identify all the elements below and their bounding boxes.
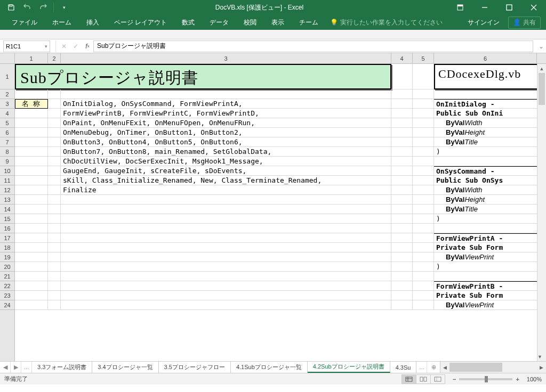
cell[interactable] bbox=[391, 64, 413, 89]
cell[interactable] bbox=[61, 224, 391, 233]
cell[interactable] bbox=[15, 205, 48, 214]
cells-area[interactable]: Subプロシージャ説明書CDocexeDlg.vb名 称OnInitDialog… bbox=[15, 64, 546, 361]
row-header[interactable]: 16 bbox=[0, 224, 14, 233]
cell[interactable] bbox=[48, 272, 61, 281]
cell[interactable] bbox=[61, 205, 391, 214]
cell[interactable]: OnSysCommand - bbox=[434, 166, 546, 176]
cell[interactable] bbox=[48, 137, 61, 147]
cell[interactable] bbox=[391, 233, 413, 243]
cell[interactable] bbox=[48, 128, 61, 137]
cell[interactable] bbox=[61, 300, 391, 310]
cell[interactable]: Public Sub OnSys bbox=[434, 176, 546, 185]
qat-customize-icon[interactable]: ▾ bbox=[57, 2, 71, 13]
cell[interactable] bbox=[15, 109, 48, 118]
cell[interactable] bbox=[391, 252, 413, 262]
cell[interactable] bbox=[391, 89, 413, 99]
cell[interactable] bbox=[434, 224, 546, 233]
tab-formulas[interactable]: 数式 bbox=[174, 15, 202, 30]
cell[interactable] bbox=[391, 262, 413, 272]
cell[interactable] bbox=[61, 252, 391, 262]
cell[interactable] bbox=[61, 89, 391, 99]
cell[interactable] bbox=[15, 281, 48, 291]
cell[interactable] bbox=[15, 137, 48, 147]
cell[interactable] bbox=[15, 176, 48, 185]
cell[interactable] bbox=[434, 157, 546, 166]
cell[interactable] bbox=[48, 233, 61, 243]
tab-overflow-icon[interactable]: … bbox=[416, 362, 427, 373]
chevron-down-icon[interactable]: ▾ bbox=[45, 44, 47, 49]
hscroll-thumb[interactable] bbox=[449, 363, 502, 372]
cell[interactable]: ByVal Height bbox=[434, 195, 546, 205]
cell[interactable] bbox=[413, 233, 434, 243]
cell[interactable]: FormViewPrintB - bbox=[434, 281, 546, 291]
cell[interactable] bbox=[15, 185, 48, 195]
cell[interactable]: OnButton3, OnButton4, OnButton5, OnButto… bbox=[61, 137, 391, 147]
cell[interactable]: ByVal Height bbox=[434, 128, 546, 137]
cell[interactable] bbox=[413, 64, 434, 89]
row-header[interactable]: 8 bbox=[0, 147, 14, 157]
sheet-tab[interactable]: 3.3フォーム説明書 bbox=[32, 362, 92, 373]
vertical-scrollbar[interactable]: ▲ ▼ bbox=[537, 64, 546, 361]
tab-view[interactable]: 表示 bbox=[264, 15, 292, 30]
cell[interactable] bbox=[391, 243, 413, 252]
cell[interactable] bbox=[15, 157, 48, 166]
cell[interactable] bbox=[61, 195, 391, 205]
cell[interactable] bbox=[61, 262, 391, 272]
row-header[interactable]: 7 bbox=[0, 137, 14, 147]
cell[interactable] bbox=[413, 137, 434, 147]
cell[interactable] bbox=[48, 109, 61, 118]
cell[interactable] bbox=[413, 262, 434, 272]
cell[interactable] bbox=[48, 195, 61, 205]
cell[interactable] bbox=[15, 118, 48, 128]
cell[interactable] bbox=[48, 99, 61, 109]
cell[interactable]: sKill, Class_Initialize_Renamed, New, Cl… bbox=[61, 176, 391, 185]
cell[interactable] bbox=[48, 243, 61, 252]
tab-data[interactable]: データ bbox=[202, 15, 236, 30]
cell[interactable] bbox=[413, 195, 434, 205]
cell[interactable] bbox=[391, 195, 413, 205]
sheet-tab[interactable]: 4.3Su bbox=[390, 362, 417, 373]
share-button[interactable]: 👤 共有 bbox=[508, 17, 541, 29]
cell[interactable] bbox=[61, 214, 391, 224]
row-header[interactable]: 19 bbox=[0, 252, 14, 262]
cell[interactable]: Private Sub Form bbox=[434, 243, 546, 252]
cell[interactable]: OnPaint, OnMenuFExit, OnMenuFOpen, OnMen… bbox=[61, 118, 391, 128]
scroll-up-icon[interactable]: ▲ bbox=[537, 64, 546, 73]
row-header[interactable]: 11 bbox=[0, 176, 14, 185]
row-header[interactable]: 15 bbox=[0, 214, 14, 224]
cell[interactable] bbox=[15, 166, 48, 176]
ribbon-display-icon[interactable] bbox=[448, 0, 472, 15]
row-header[interactable]: 23 bbox=[0, 291, 14, 300]
undo-icon[interactable] bbox=[20, 2, 34, 13]
row-header[interactable]: 1 bbox=[0, 64, 14, 89]
cell[interactable] bbox=[391, 185, 413, 195]
horizontal-scrollbar[interactable]: ◀ ▶ bbox=[440, 362, 546, 373]
cell[interactable]: FormViewPrintB, FormViewPrintC, FormView… bbox=[61, 109, 391, 118]
cell[interactable]: ByVal Title bbox=[434, 137, 546, 147]
cell[interactable] bbox=[61, 272, 391, 281]
cell[interactable]: ) bbox=[434, 262, 546, 272]
tab-team[interactable]: チーム bbox=[292, 15, 326, 30]
tab-nav-prev-icon[interactable]: ◀ bbox=[0, 362, 11, 373]
col-header[interactable]: 1 bbox=[15, 53, 48, 63]
row-header[interactable]: 2 bbox=[0, 89, 14, 99]
row-header[interactable]: 17 bbox=[0, 233, 14, 243]
cell[interactable] bbox=[413, 252, 434, 262]
cell[interactable] bbox=[48, 185, 61, 195]
save-icon[interactable] bbox=[4, 2, 18, 13]
cell[interactable] bbox=[391, 176, 413, 185]
cell[interactable] bbox=[61, 291, 391, 300]
cell[interactable] bbox=[413, 185, 434, 195]
cancel-icon[interactable]: ✕ bbox=[58, 40, 70, 52]
tab-nav-next-icon[interactable]: ▶ bbox=[11, 362, 21, 373]
cell[interactable]: ByVal ViewPrint bbox=[434, 300, 546, 310]
cell[interactable]: ByVal ViewPrint bbox=[434, 252, 546, 262]
cell[interactable]: 名 称 bbox=[15, 99, 48, 109]
cell[interactable] bbox=[391, 300, 413, 310]
cell[interactable] bbox=[413, 243, 434, 252]
cell[interactable] bbox=[48, 166, 61, 176]
cell[interactable] bbox=[413, 176, 434, 185]
cell[interactable]: ) bbox=[434, 147, 546, 157]
tab-nav-more-icon[interactable]: … bbox=[21, 362, 32, 373]
cell[interactable] bbox=[48, 281, 61, 291]
